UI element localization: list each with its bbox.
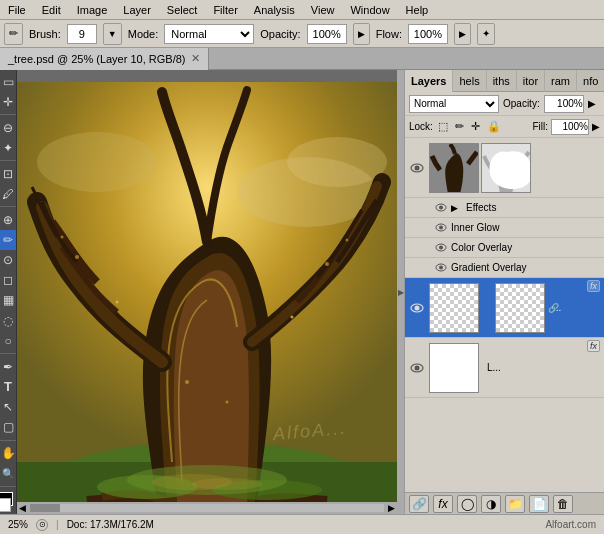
color-swatch[interactable] [0, 492, 17, 513]
canvas-area[interactable]: AlfoA... ◀ ▶ [17, 70, 397, 514]
fill-arrow[interactable]: ▶ [592, 121, 600, 132]
svg-point-10 [346, 239, 349, 242]
scroll-right-arrow[interactable]: ▶ [386, 503, 397, 513]
layer-item-bottom[interactable]: L... fx [405, 338, 604, 398]
close-tab-icon[interactable]: ✕ [191, 52, 200, 65]
toolbar-row: ✏ Brush: ▼ Mode: Normal Opacity: ▶ Flow:… [0, 20, 604, 48]
tool-eyedropper[interactable]: 🖊 [0, 184, 17, 203]
inner-glow-eye[interactable] [435, 222, 447, 234]
menu-view[interactable]: View [307, 3, 339, 17]
tool-clone[interactable]: ⊙ [0, 251, 17, 270]
tab-itor[interactable]: itor [517, 70, 545, 92]
lock-transparent-btn[interactable]: ⬚ [436, 118, 450, 135]
opacity-input[interactable] [307, 24, 347, 44]
opacity-label: Opacity: [503, 98, 540, 109]
menu-filter[interactable]: Filter [209, 3, 241, 17]
zoom-ctrl-btn[interactable]: ⊙ [36, 519, 48, 531]
tab-iths[interactable]: iths [487, 70, 517, 92]
menu-analysis[interactable]: Analysis [250, 3, 299, 17]
blend-mode-select[interactable]: Normal [409, 95, 499, 113]
effect-gradient-overlay[interactable]: Gradient Overlay [405, 258, 604, 278]
tool-zoom[interactable]: 🔍 [0, 464, 17, 483]
site-watermark: Alfoart.com [545, 519, 596, 530]
layers-list: 🔗 ▶ [405, 138, 604, 492]
tab-hels[interactable]: hels [453, 70, 486, 92]
tool-magic-wand[interactable]: ✦ [0, 138, 17, 157]
fill-input[interactable] [551, 119, 589, 135]
layer-fx-btn[interactable]: fx [433, 495, 453, 513]
gradient-overlay-eye[interactable] [435, 262, 447, 274]
layer-mask-btn[interactable]: ◯ [457, 495, 477, 513]
panel-expand-handle[interactable]: ▶ [397, 70, 404, 514]
effect-color-overlay[interactable]: Color Overlay [405, 238, 604, 258]
tool-shape[interactable]: ▢ [0, 417, 17, 436]
mode-label: Mode: [128, 28, 159, 40]
color-overlay-eye[interactable] [435, 242, 447, 254]
adjustment-layer-btn[interactable]: ◑ [481, 495, 501, 513]
brush-options-btn[interactable]: ▼ [103, 23, 122, 45]
layer-item-selected[interactable]: 🔗 ... fx [405, 278, 604, 338]
menu-help[interactable]: Help [402, 3, 433, 17]
menu-select[interactable]: Select [163, 3, 202, 17]
menu-layer[interactable]: Layer [119, 3, 155, 17]
lock-pixels-btn[interactable]: ✏ [453, 118, 466, 135]
flow-label: Flow: [376, 28, 402, 40]
airbrush-btn[interactable]: ✦ [477, 23, 495, 45]
tool-pen[interactable]: ✒ [0, 357, 17, 376]
scroll-left-arrow[interactable]: ◀ [17, 503, 28, 513]
tool-eraser[interactable]: ◻ [0, 271, 17, 290]
canvas-scrollbar-horizontal[interactable]: ◀ ▶ [17, 502, 397, 514]
layer-eye-10[interactable] [409, 160, 425, 176]
layer-eye-bottom[interactable] [409, 360, 425, 376]
tool-lasso[interactable]: ⊖ [0, 118, 17, 137]
tab-layers[interactable]: Layers [405, 70, 453, 92]
svg-point-11 [116, 301, 119, 304]
fill-label: Fill: [532, 121, 548, 132]
tab-nfo[interactable]: nfo [577, 70, 604, 92]
tool-dodge[interactable]: ○ [0, 331, 17, 350]
svg-point-9 [325, 262, 329, 266]
lock-all-btn[interactable]: 🔒 [485, 118, 503, 135]
effects-eye[interactable] [435, 202, 447, 214]
document-tab[interactable]: _tree.psd @ 25% (Layer 10, RGB/8) ✕ [0, 48, 209, 70]
effects-fold-icon[interactable]: ▶ [451, 203, 458, 213]
flow-input[interactable] [408, 24, 448, 44]
brush-size-input[interactable] [67, 24, 97, 44]
opacity-input[interactable] [544, 95, 584, 113]
delete-layer-btn[interactable]: 🗑 [553, 495, 573, 513]
svg-point-33 [415, 305, 420, 310]
tool-crop[interactable]: ⊡ [0, 164, 17, 183]
opacity-up-btn[interactable]: ▶ [353, 23, 370, 45]
color-overlay-label: Color Overlay [451, 242, 512, 253]
menu-file[interactable]: File [4, 3, 30, 17]
mode-select[interactable]: Normal [164, 24, 254, 44]
tool-move[interactable]: ✛ [0, 92, 17, 111]
group-layers-btn[interactable]: 📁 [505, 495, 525, 513]
document-tab-title: _tree.psd @ 25% (Layer 10, RGB/8) [8, 53, 185, 65]
menu-image[interactable]: Image [73, 3, 112, 17]
opacity-arrow[interactable]: ▶ [588, 98, 596, 109]
brush-tool-btn[interactable]: ✏ [4, 23, 23, 45]
effect-inner-glow[interactable]: Inner Glow [405, 218, 604, 238]
layer-item-10[interactable]: 🔗 [405, 138, 604, 198]
tool-marquee[interactable]: ▭ [0, 72, 17, 91]
zoom-level: 25% [8, 519, 28, 530]
scroll-track[interactable] [30, 504, 384, 512]
tool-brush[interactable]: ✏ [0, 230, 17, 249]
tool-text[interactable]: T [0, 377, 17, 396]
layer-fx-badge-selected: fx [587, 280, 600, 292]
menu-edit[interactable]: Edit [38, 3, 65, 17]
tool-blur[interactable]: ◌ [0, 311, 17, 330]
link-layers-btn[interactable]: 🔗 [409, 495, 429, 513]
tool-gradient[interactable]: ▦ [0, 291, 17, 310]
lock-position-btn[interactable]: ✛ [469, 118, 482, 135]
tool-path-select[interactable]: ↖ [0, 397, 17, 416]
tab-ram[interactable]: ram [545, 70, 577, 92]
menu-window[interactable]: Window [346, 3, 393, 17]
tool-healing[interactable]: ⊕ [0, 210, 17, 229]
new-layer-btn[interactable]: 📄 [529, 495, 549, 513]
tool-hand[interactable]: ✋ [0, 443, 17, 462]
flow-up-btn[interactable]: ▶ [454, 23, 471, 45]
scroll-thumb[interactable] [30, 504, 60, 512]
layer-eye-selected[interactable] [409, 300, 425, 316]
